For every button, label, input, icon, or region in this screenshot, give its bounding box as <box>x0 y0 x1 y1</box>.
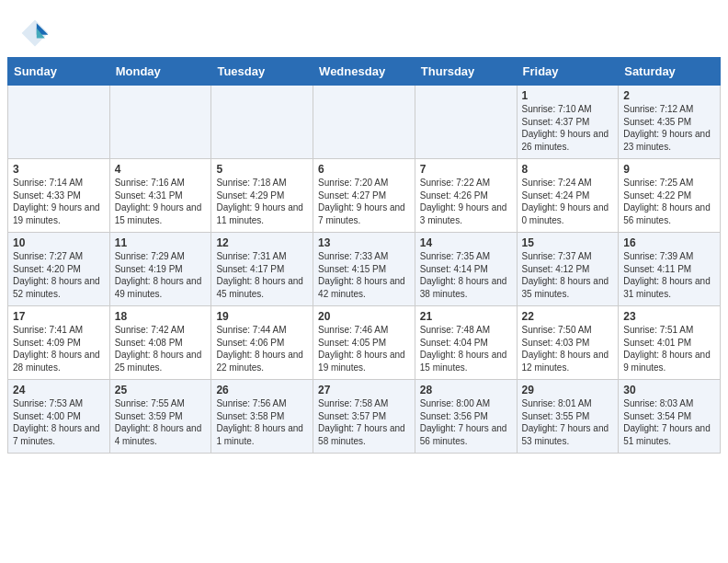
day-info: Sunrise: 7:42 AM Sunset: 4:08 PM Dayligh… <box>115 324 207 373</box>
day-info: Sunrise: 7:27 AM Sunset: 4:20 PM Dayligh… <box>13 250 105 300</box>
day-number: 14 <box>420 236 512 249</box>
calendar-cell: 15Sunrise: 7:37 AM Sunset: 4:12 PM Dayli… <box>517 233 619 306</box>
calendar-table: SundayMondayTuesdayWednesdayThursdayFrid… <box>7 57 721 454</box>
day-info: Sunrise: 7:51 AM Sunset: 4:01 PM Dayligh… <box>623 324 715 373</box>
day-info: Sunrise: 7:58 AM Sunset: 3:57 PM Dayligh… <box>318 397 410 447</box>
calendar-cell <box>313 86 415 159</box>
calendar-header: SundayMondayTuesdayWednesdayThursdayFrid… <box>8 58 721 86</box>
day-info: Sunrise: 7:37 AM Sunset: 4:12 PM Dayligh… <box>522 250 614 300</box>
calendar-cell: 22Sunrise: 7:50 AM Sunset: 4:03 PM Dayli… <box>517 306 619 380</box>
col-header-monday: Monday <box>109 58 211 86</box>
day-info: Sunrise: 7:12 AM Sunset: 4:35 PM Dayligh… <box>623 103 715 153</box>
page-header <box>0 0 728 57</box>
calendar-cell: 25Sunrise: 7:55 AM Sunset: 3:59 PM Dayli… <box>109 380 211 454</box>
day-info: Sunrise: 7:25 AM Sunset: 4:22 PM Dayligh… <box>623 177 715 226</box>
week-row-0: 1Sunrise: 7:10 AM Sunset: 4:37 PM Daylig… <box>8 86 721 159</box>
day-number: 19 <box>216 310 308 323</box>
day-info: Sunrise: 7:56 AM Sunset: 3:58 PM Dayligh… <box>216 397 308 447</box>
day-number: 5 <box>216 163 308 176</box>
day-number: 15 <box>522 236 614 249</box>
col-header-wednesday: Wednesday <box>313 58 415 86</box>
col-header-saturday: Saturday <box>619 58 721 86</box>
day-number: 22 <box>522 310 614 323</box>
day-number: 9 <box>623 163 715 176</box>
day-number: 28 <box>420 384 512 396</box>
day-number: 30 <box>623 384 715 396</box>
calendar-cell: 29Sunrise: 8:01 AM Sunset: 3:55 PM Dayli… <box>517 380 619 454</box>
calendar-cell: 5Sunrise: 7:18 AM Sunset: 4:29 PM Daylig… <box>211 159 313 233</box>
week-row-3: 17Sunrise: 7:41 AM Sunset: 4:09 PM Dayli… <box>8 306 721 380</box>
calendar-cell: 30Sunrise: 8:03 AM Sunset: 3:54 PM Dayli… <box>619 380 721 454</box>
col-header-thursday: Thursday <box>415 58 517 86</box>
day-info: Sunrise: 7:22 AM Sunset: 4:26 PM Dayligh… <box>420 177 512 226</box>
day-number: 10 <box>13 236 105 249</box>
calendar-cell: 4Sunrise: 7:16 AM Sunset: 4:31 PM Daylig… <box>109 159 211 233</box>
calendar-wrap: SundayMondayTuesdayWednesdayThursdayFrid… <box>0 57 728 461</box>
day-number: 16 <box>623 236 715 249</box>
week-row-4: 24Sunrise: 7:53 AM Sunset: 4:00 PM Dayli… <box>8 380 721 454</box>
day-number: 6 <box>318 163 410 176</box>
day-info: Sunrise: 7:31 AM Sunset: 4:17 PM Dayligh… <box>216 250 308 300</box>
day-number: 12 <box>216 236 308 249</box>
day-info: Sunrise: 7:29 AM Sunset: 4:19 PM Dayligh… <box>115 250 207 300</box>
day-info: Sunrise: 7:50 AM Sunset: 4:03 PM Dayligh… <box>522 324 614 373</box>
day-number: 1 <box>522 89 614 102</box>
day-info: Sunrise: 7:48 AM Sunset: 4:04 PM Dayligh… <box>420 324 512 373</box>
day-number: 2 <box>623 89 715 102</box>
calendar-cell: 1Sunrise: 7:10 AM Sunset: 4:37 PM Daylig… <box>517 86 619 159</box>
calendar-cell: 14Sunrise: 7:35 AM Sunset: 4:14 PM Dayli… <box>415 233 517 306</box>
calendar-cell: 24Sunrise: 7:53 AM Sunset: 4:00 PM Dayli… <box>8 380 110 454</box>
calendar-cell <box>8 86 110 159</box>
calendar-cell: 16Sunrise: 7:39 AM Sunset: 4:11 PM Dayli… <box>619 233 721 306</box>
calendar-cell: 11Sunrise: 7:29 AM Sunset: 4:19 PM Dayli… <box>109 233 211 306</box>
day-info: Sunrise: 7:53 AM Sunset: 4:00 PM Dayligh… <box>13 397 105 447</box>
day-info: Sunrise: 7:24 AM Sunset: 4:24 PM Dayligh… <box>522 177 614 226</box>
day-number: 20 <box>318 310 410 323</box>
col-header-friday: Friday <box>517 58 619 86</box>
day-info: Sunrise: 7:41 AM Sunset: 4:09 PM Dayligh… <box>13 324 105 373</box>
day-info: Sunrise: 8:03 AM Sunset: 3:54 PM Dayligh… <box>623 397 715 447</box>
calendar-cell: 18Sunrise: 7:42 AM Sunset: 4:08 PM Dayli… <box>109 306 211 380</box>
day-number: 29 <box>522 384 614 396</box>
calendar-cell <box>109 86 211 159</box>
calendar-cell: 28Sunrise: 8:00 AM Sunset: 3:56 PM Dayli… <box>415 380 517 454</box>
day-info: Sunrise: 7:10 AM Sunset: 4:37 PM Dayligh… <box>522 103 614 153</box>
day-info: Sunrise: 7:46 AM Sunset: 4:05 PM Dayligh… <box>318 324 410 373</box>
day-number: 8 <box>522 163 614 176</box>
calendar-cell: 26Sunrise: 7:56 AM Sunset: 3:58 PM Dayli… <box>211 380 313 454</box>
calendar-cell <box>211 86 313 159</box>
calendar-cell: 3Sunrise: 7:14 AM Sunset: 4:33 PM Daylig… <box>8 159 110 233</box>
day-number: 21 <box>420 310 512 323</box>
calendar-cell: 9Sunrise: 7:25 AM Sunset: 4:22 PM Daylig… <box>619 159 721 233</box>
day-number: 13 <box>318 236 410 249</box>
calendar-cell: 27Sunrise: 7:58 AM Sunset: 3:57 PM Dayli… <box>313 380 415 454</box>
day-info: Sunrise: 7:35 AM Sunset: 4:14 PM Dayligh… <box>420 250 512 300</box>
day-info: Sunrise: 8:00 AM Sunset: 3:56 PM Dayligh… <box>420 397 512 447</box>
day-info: Sunrise: 8:01 AM Sunset: 3:55 PM Dayligh… <box>522 397 614 447</box>
calendar-cell: 21Sunrise: 7:48 AM Sunset: 4:04 PM Dayli… <box>415 306 517 380</box>
col-header-sunday: Sunday <box>8 58 110 86</box>
day-info: Sunrise: 7:44 AM Sunset: 4:06 PM Dayligh… <box>216 324 308 373</box>
day-info: Sunrise: 7:39 AM Sunset: 4:11 PM Dayligh… <box>623 250 715 300</box>
day-info: Sunrise: 7:18 AM Sunset: 4:29 PM Dayligh… <box>216 177 308 226</box>
day-number: 4 <box>115 163 207 176</box>
calendar-cell: 20Sunrise: 7:46 AM Sunset: 4:05 PM Dayli… <box>313 306 415 380</box>
calendar-cell: 6Sunrise: 7:20 AM Sunset: 4:27 PM Daylig… <box>313 159 415 233</box>
logo <box>18 17 55 50</box>
day-number: 3 <box>13 163 105 176</box>
day-info: Sunrise: 7:20 AM Sunset: 4:27 PM Dayligh… <box>318 177 410 226</box>
day-info: Sunrise: 7:55 AM Sunset: 3:59 PM Dayligh… <box>115 397 207 447</box>
day-info: Sunrise: 7:16 AM Sunset: 4:31 PM Dayligh… <box>115 177 207 226</box>
calendar-cell <box>415 86 517 159</box>
calendar-cell: 7Sunrise: 7:22 AM Sunset: 4:26 PM Daylig… <box>415 159 517 233</box>
day-number: 23 <box>623 310 715 323</box>
day-info: Sunrise: 7:14 AM Sunset: 4:33 PM Dayligh… <box>13 177 105 226</box>
day-number: 26 <box>216 384 308 396</box>
week-row-2: 10Sunrise: 7:27 AM Sunset: 4:20 PM Dayli… <box>8 233 721 306</box>
day-number: 24 <box>13 384 105 396</box>
day-number: 11 <box>115 236 207 249</box>
calendar-cell: 12Sunrise: 7:31 AM Sunset: 4:17 PM Dayli… <box>211 233 313 306</box>
day-info: Sunrise: 7:33 AM Sunset: 4:15 PM Dayligh… <box>318 250 410 300</box>
calendar-cell: 23Sunrise: 7:51 AM Sunset: 4:01 PM Dayli… <box>619 306 721 380</box>
calendar-cell: 10Sunrise: 7:27 AM Sunset: 4:20 PM Dayli… <box>8 233 110 306</box>
